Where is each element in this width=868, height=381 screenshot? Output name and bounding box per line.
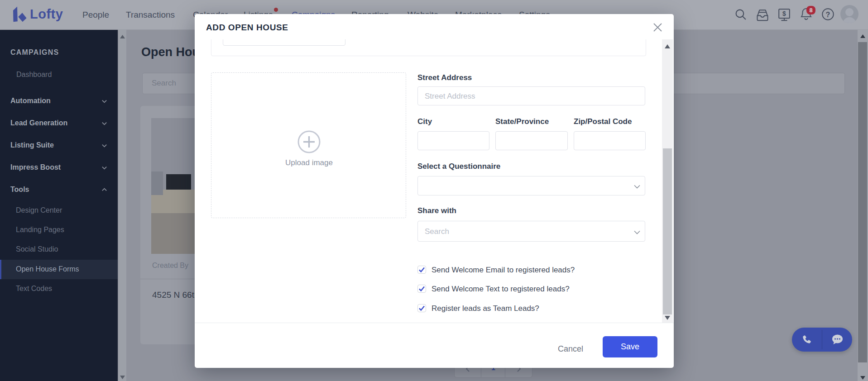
svg-text:?: ? [826,11,830,19]
svg-text:$: $ [782,10,786,17]
